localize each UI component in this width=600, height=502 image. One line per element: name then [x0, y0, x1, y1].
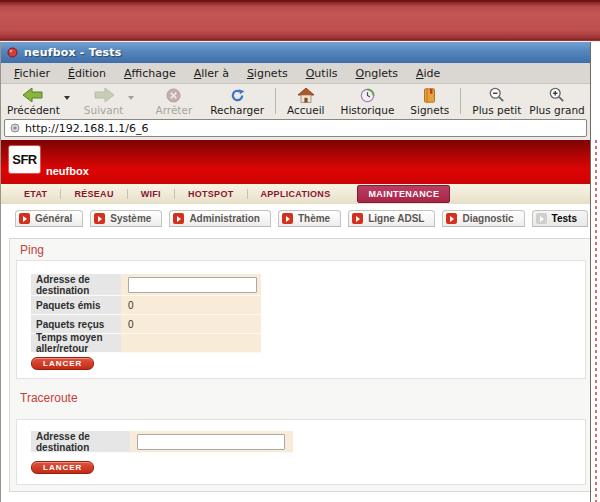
ping-panel: Adresse de destination Paquets émis 0 Pa…	[16, 260, 586, 379]
tab-arrow-icon	[352, 213, 363, 224]
nav-item-applications[interactable]: APPLICATIONS	[247, 189, 344, 199]
tab-systeme[interactable]: Système	[90, 210, 162, 227]
bookmarks-button[interactable]: Signets	[406, 87, 453, 116]
field-value: 0	[121, 315, 261, 334]
maintenance-content: Ping Adresse de destination Paquets émis…	[9, 238, 590, 492]
browser-window: neufbox - Tests Fichier Édition Affichag…	[0, 42, 591, 502]
back-dropdown-caret[interactable]	[64, 96, 70, 100]
tab-arrow-icon	[446, 213, 457, 224]
menu-affichage[interactable]: Affichage	[115, 65, 185, 82]
ping-lancer-button[interactable]: LANCER	[31, 357, 94, 370]
nav-item-wifi[interactable]: WIFI	[127, 189, 174, 199]
bookmarks-icon	[423, 87, 436, 103]
ping-table: Adresse de destination Paquets émis 0 Pa…	[31, 274, 261, 353]
tab-arrow-icon	[536, 213, 547, 224]
field-label: Adresse de destination	[31, 274, 121, 296]
desktop-background-strip	[0, 0, 600, 42]
reload-icon	[230, 87, 245, 103]
toolbar-separator	[275, 88, 276, 114]
back-button[interactable]: Précédent	[3, 87, 64, 116]
table-row: Temps moyen aller/retour	[31, 334, 261, 353]
home-icon	[298, 87, 314, 103]
menu-onglets[interactable]: Onglets	[347, 65, 408, 82]
field-label: Adresse de destination	[31, 431, 130, 453]
traceroute-destination-input[interactable]	[137, 434, 285, 450]
browser-toolbar: Précédent Suivant Arr	[1, 84, 590, 117]
menu-signets[interactable]: Signets	[238, 65, 297, 82]
field-label: Temps moyen aller/retour	[31, 334, 121, 353]
app-icon	[7, 47, 18, 58]
menu-aller-a[interactable]: Aller à	[185, 65, 238, 82]
field-value-cell	[130, 431, 293, 453]
window-title: neufbox - Tests	[24, 46, 122, 59]
menu-edition[interactable]: Édition	[59, 65, 115, 82]
nav-item-etat[interactable]: ETAT	[11, 189, 60, 199]
field-value	[121, 334, 261, 353]
zoom-out-icon	[489, 87, 505, 103]
tab-ligne-adsl[interactable]: Ligne ADSL	[348, 210, 435, 227]
tab-theme[interactable]: Thème	[278, 210, 341, 227]
table-row: Adresse de destination	[31, 431, 293, 453]
nav-item-reseau[interactable]: RÉSEAU	[60, 189, 126, 199]
back-arrow-icon	[23, 87, 43, 103]
tab-arrow-icon	[19, 213, 30, 224]
history-button[interactable]: Historique	[337, 87, 399, 116]
zoom-in-button[interactable]: Plus grand	[525, 87, 588, 116]
zoom-in-icon	[549, 87, 565, 103]
table-row: Adresse de destination	[31, 274, 261, 296]
site-nav: ETAT RÉSEAU WIFI HOTSPOT APPLICATIONS MA…	[1, 184, 590, 204]
nav-item-hotspot[interactable]: HOTSPOT	[174, 189, 247, 199]
stop-button[interactable]: Arrêter	[152, 87, 197, 116]
url-text: http://192.168.1.1/6_6	[25, 122, 148, 135]
table-row: Paquets émis 0	[31, 296, 261, 315]
sfr-logo: SFR	[9, 146, 40, 173]
field-label: Paquets émis	[31, 296, 121, 315]
toolbar-separator	[460, 88, 461, 114]
page-viewport: SFR neufbox ETAT RÉSEAU WIFI HOTSPOT APP…	[1, 140, 590, 502]
red-dashed-edge-line	[595, 140, 597, 502]
site-header: SFR neufbox	[1, 140, 590, 184]
tab-general[interactable]: Général	[15, 210, 83, 227]
tab-arrow-icon	[282, 213, 293, 224]
forward-arrow-icon	[94, 87, 114, 103]
ping-section-title: Ping	[20, 243, 44, 257]
site-favicon	[10, 123, 20, 133]
history-icon	[360, 87, 375, 103]
traceroute-section-title: Traceroute	[20, 391, 78, 405]
nav-item-maintenance-active[interactable]: MAINTENANCE	[357, 185, 450, 203]
product-name: neufbox	[46, 165, 89, 177]
tab-arrow-icon	[173, 213, 184, 224]
home-button[interactable]: Accueil	[283, 87, 329, 116]
reload-button[interactable]: Recharger	[206, 87, 268, 116]
field-value: 0	[121, 296, 261, 315]
url-input[interactable]: http://192.168.1.1/6_6	[4, 119, 587, 137]
traceroute-lancer-button[interactable]: LANCER	[31, 461, 94, 474]
sub-tabs: Général Système Administration Thème Lig…	[1, 208, 590, 227]
menu-bar: Fichier Édition Affichage Aller à Signet…	[1, 63, 590, 84]
menu-fichier[interactable]: Fichier	[5, 65, 59, 82]
tab-administration[interactable]: Administration	[169, 210, 271, 227]
zoom-out-button[interactable]: Plus petit	[468, 87, 525, 116]
tab-tests-active[interactable]: Tests	[532, 210, 588, 227]
traceroute-table: Adresse de destination	[31, 431, 293, 453]
forward-button[interactable]: Suivant	[80, 87, 128, 116]
url-bar-row: http://192.168.1.1/6_6	[1, 117, 590, 140]
field-value-cell	[121, 274, 261, 296]
screen: neufbox - Tests Fichier Édition Affichag…	[0, 0, 600, 502]
menu-outils[interactable]: Outils	[297, 65, 347, 82]
ping-destination-input[interactable]	[128, 277, 257, 293]
tab-diagnostic[interactable]: Diagnostic	[442, 210, 524, 227]
forward-dropdown-caret[interactable]	[128, 96, 134, 100]
window-titlebar[interactable]: neufbox - Tests	[1, 42, 590, 63]
menu-aide[interactable]: Aide	[407, 65, 449, 82]
tab-arrow-icon	[94, 213, 105, 224]
stop-icon	[166, 87, 181, 103]
traceroute-panel: Adresse de destination LANCER	[16, 419, 586, 485]
